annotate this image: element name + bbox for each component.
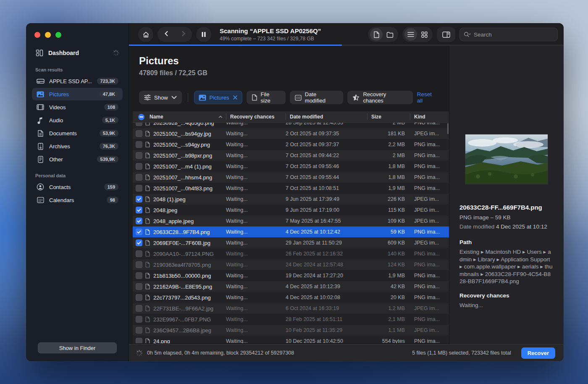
row-checkbox[interactable] [133, 272, 145, 279]
row-checkbox[interactable] [133, 229, 145, 235]
table-scrollbar[interactable] [447, 123, 449, 134]
file-name: 236C9457...2B6B8.jpeg [153, 327, 211, 334]
column-header-recovery[interactable]: Recovery chances [226, 111, 286, 122]
table-row[interactable]: 21b813b50...00000.pngWaiting...19 Dec 20… [133, 270, 449, 281]
kind-cell: PNG ima... [410, 142, 449, 147]
folders-view-button[interactable] [383, 28, 396, 41]
table-row[interactable]: 24.pngWaiting...10 Dec 2025 at 10:42:505… [133, 336, 449, 343]
filter-chip-pictures[interactable]: Pictures [194, 91, 242, 104]
row-checkbox[interactable] [133, 294, 145, 301]
sidebar-item-dashboard[interactable]: Dashboard [31, 46, 123, 60]
minimize-button[interactable] [45, 32, 51, 38]
other-icon [36, 155, 45, 163]
close-icon[interactable] [233, 95, 238, 100]
list-view-button[interactable] [404, 28, 417, 41]
toolbar: Scanning “APPLE SSD AP0256Q” 49% complet… [129, 23, 564, 46]
table-row[interactable]: 20251007_...hhsm4.pngWaiting...7 Oct 202… [133, 172, 449, 183]
audio-icon [36, 116, 45, 124]
sidebar-item-label: Videos [49, 104, 100, 110]
unchecked-checkbox-icon [136, 338, 142, 343]
table-row[interactable]: 20251007_...0h4f83.pngWaiting...7 Oct 20… [133, 183, 449, 194]
table-row[interactable]: 20251007_...m4 (1).pngWaiting...7 Oct 20… [133, 161, 449, 172]
table-row[interactable]: 2048 (1).jpegWaiting...9 Jun 2025 at 17:… [133, 194, 449, 205]
sidebar-item-calendars[interactable]: Calendars98 [32, 194, 123, 206]
row-checkbox[interactable] [133, 141, 145, 148]
search-input[interactable]: Search [459, 28, 558, 41]
row-checkbox[interactable] [133, 218, 145, 224]
row-checkbox[interactable] [133, 316, 145, 323]
dashboard-label: Dashboard [48, 50, 108, 56]
filter-chip-recovery-chances[interactable]: Recovery chances [347, 91, 412, 104]
row-checkbox[interactable] [133, 250, 145, 257]
sidebar-item-archives[interactable]: Archives76,3K [32, 140, 123, 153]
recovery-chance-cell: Waiting... [226, 327, 286, 333]
table-row[interactable]: 20251002_...s94gy.pngWaiting...2 Oct 202… [133, 139, 449, 150]
recover-button[interactable]: Recover [521, 347, 555, 359]
unchecked-checkbox-icon [136, 294, 142, 301]
preview-panel-toggle[interactable] [437, 27, 455, 42]
back-button[interactable] [164, 31, 169, 38]
sidebar-item-apple-ssd-ap[interactable]: APPLE SSD AP...723,3K [32, 75, 123, 87]
table-row[interactable]: 2048.jpegWaiting...9 Jun 2025 at 17:19:0… [133, 205, 449, 216]
table-row[interactable]: 2048_apple.jpegWaiting...7 May 2025 at 1… [133, 216, 449, 226]
pause-button[interactable] [196, 27, 211, 42]
count-badge: 98 [107, 197, 118, 203]
forward-button[interactable] [181, 31, 186, 38]
filter-chip-date-modified[interactable]: Date modified [290, 91, 344, 104]
app-window: Dashboard Scan resultsAPPLE SSD AP...723… [26, 23, 564, 361]
size-cell: 226 KB [367, 196, 410, 202]
row-checkbox[interactable] [133, 283, 145, 290]
sidebar-item-audio[interactable]: Audio5,1K [32, 114, 123, 126]
column-header-date[interactable]: Date modified [286, 111, 367, 122]
row-checkbox[interactable] [133, 261, 145, 268]
column-header-kind[interactable]: Kind [410, 111, 449, 122]
grid-view-button[interactable] [418, 28, 430, 41]
row-checkbox[interactable] [133, 174, 145, 181]
sidebar-item-other[interactable]: Other539,9K [32, 153, 123, 166]
size-cell: 140 KB [367, 251, 410, 257]
files-view-button[interactable] [370, 28, 383, 41]
table-row[interactable]: 22c773797...2d543.pngWaiting...4 Dec 202… [133, 292, 449, 303]
table-row[interactable]: 22162A9B-...E8E95.pngWaiting...4 Dec 202… [133, 281, 449, 292]
table-row[interactable]: 20251007_...b98pxr.pngWaiting...7 Oct 20… [133, 150, 449, 161]
file-name: 24.png [153, 338, 170, 344]
home-button[interactable] [138, 27, 153, 42]
table-row[interactable]: 2090AA10-...97124.PNGWaiting...26 Feb 20… [133, 248, 449, 259]
show-in-finder-button[interactable]: Show in Finder [38, 342, 117, 353]
row-checkbox[interactable] [133, 338, 145, 343]
row-checkbox[interactable] [133, 152, 145, 159]
table-row[interactable]: 232E9967-...0FB7.PNGWaiting...28 Feb 202… [133, 314, 449, 325]
table-row[interactable]: 22F731BE-...9F66A2.jpgWaiting...6 Oct 20… [133, 303, 449, 314]
table-row[interactable]: 20251002_...bs94gy.jpgWaiting...2 Oct 20… [133, 128, 449, 139]
table-row[interactable]: 20633C28...9F7B4.pngWaiting...4 Dec 2025… [133, 226, 449, 237]
row-checkbox[interactable] [133, 163, 145, 170]
row-checkbox[interactable] [133, 305, 145, 312]
sidebar-item-pictures[interactable]: Pictures47,8K [32, 88, 123, 100]
reset-all-link[interactable]: Reset all [417, 91, 439, 104]
close-button[interactable] [34, 32, 40, 38]
select-all-checkbox[interactable] [133, 111, 145, 122]
table-row[interactable]: 2069EF0E-...7F60B.jpgWaiting...29 Jan 20… [133, 237, 449, 248]
sidebar-item-documents[interactable]: Documents53,9K [32, 127, 123, 139]
zoom-button[interactable] [55, 32, 61, 38]
column-header-name[interactable]: Name [145, 111, 226, 122]
filter-chip-file-size[interactable]: File size [247, 91, 286, 104]
show-filter-button[interactable]: Show [139, 91, 182, 104]
row-checkbox[interactable] [133, 327, 145, 334]
row-checkbox[interactable] [133, 130, 145, 137]
documents-icon [36, 129, 45, 137]
table-row[interactable]: 236C9457...2B6B8.jpegWaiting...10 Feb 20… [133, 325, 449, 336]
star-icon [352, 94, 360, 101]
row-checkbox[interactable] [133, 207, 145, 213]
table-row[interactable]: 2190363ea4f78705.pngWaiting...24 Dec 202… [133, 259, 449, 270]
content-column: Pictures 47809 files / 72,25 GB Show Pi [129, 46, 449, 344]
row-checkbox[interactable] [133, 196, 145, 203]
sidebar-item-contacts[interactable]: Contacts159 [32, 181, 123, 193]
sidebar-item-videos[interactable]: Videos108 [32, 101, 123, 113]
column-header-size[interactable]: Size [367, 111, 410, 122]
desktop: Dashboard Scan resultsAPPLE SSD AP...723… [0, 0, 588, 384]
row-checkbox[interactable] [133, 239, 145, 246]
preview-thumbnail[interactable] [465, 134, 548, 184]
size-cell: 609 KB [367, 240, 410, 246]
row-checkbox[interactable] [133, 185, 145, 192]
